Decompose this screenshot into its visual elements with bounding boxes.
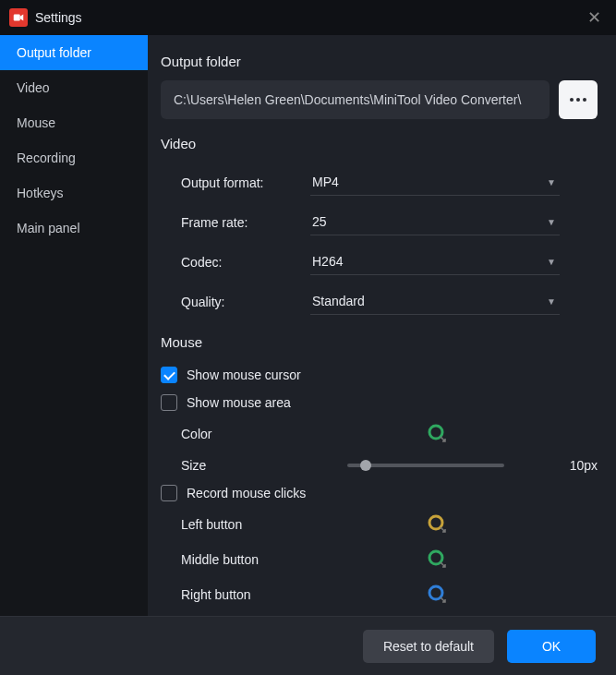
app-icon [9, 8, 28, 27]
select-quality[interactable]: Standard ▼ [310, 288, 560, 315]
settings-window: Settings ✕ Output folder Video Mouse Rec… [0, 0, 616, 675]
sidebar-item-main-panel[interactable]: Main panel [0, 211, 148, 246]
label-record-clicks: Record mouse clicks [187, 486, 306, 500]
select-quality-value: Standard [312, 294, 365, 308]
chevron-down-icon: ▼ [547, 217, 556, 227]
left-button-color-swatch[interactable] [427, 513, 449, 536]
row-frame-rate: Frame rate: 25 ▼ [161, 202, 598, 242]
sidebar: Output folder Video Mouse Recording Hotk… [0, 35, 148, 616]
select-output-format[interactable]: MP4 ▼ [310, 169, 560, 196]
label-area-size: Size [181, 458, 310, 473]
row-area-size: Size 10px [161, 452, 598, 479]
middle-button-color-swatch[interactable] [427, 548, 449, 571]
row-area-color: Color [161, 416, 598, 452]
row-output-format: Output format: MP4 ▼ [161, 163, 598, 202]
area-color-swatch[interactable] [427, 423, 449, 445]
footer: Reset to default OK [0, 616, 616, 675]
row-middle-button: Middle button [161, 542, 598, 577]
label-output-format: Output format: [181, 175, 310, 190]
label-show-cursor: Show mouse cursor [187, 368, 301, 382]
label-area-color: Color [181, 427, 310, 441]
chevron-down-icon: ▼ [547, 296, 556, 307]
label-show-area: Show mouse area [187, 395, 291, 410]
label-frame-rate: Frame rate: [181, 215, 310, 230]
sidebar-item-recording[interactable]: Recording [0, 140, 148, 175]
svg-point-1 [429, 426, 442, 439]
row-show-cursor: Show mouse cursor [161, 361, 598, 389]
size-slider-wrap: 10px [310, 458, 598, 473]
svg-point-2 [429, 516, 442, 529]
label-right-button: Right button [181, 587, 310, 602]
label-codec: Codec: [181, 255, 310, 270]
select-frame-rate[interactable]: 25 ▼ [310, 209, 560, 235]
row-record-clicks: Record mouse clicks [161, 479, 598, 507]
sidebar-item-output-folder[interactable]: Output folder [0, 35, 148, 70]
select-frame-rate-value: 25 [312, 214, 327, 229]
reset-button[interactable]: Reset to default [363, 630, 494, 663]
checkbox-record-clicks[interactable] [161, 485, 177, 501]
label-left-button: Left button [181, 517, 310, 532]
chevron-down-icon: ▼ [547, 257, 556, 267]
section-title-output-folder: Output folder [161, 54, 598, 69]
sidebar-item-mouse[interactable]: Mouse [0, 105, 148, 140]
checkbox-show-area[interactable] [161, 394, 177, 411]
size-slider-thumb[interactable] [360, 460, 371, 471]
ok-button[interactable]: OK [507, 630, 596, 663]
select-output-format-value: MP4 [312, 175, 339, 189]
size-value: 10px [570, 458, 598, 473]
checkbox-show-cursor[interactable] [161, 367, 177, 383]
label-middle-button: Middle button [181, 552, 310, 567]
close-icon[interactable]: ✕ [582, 7, 607, 28]
svg-point-4 [429, 586, 442, 599]
row-right-button: Right button [161, 577, 598, 612]
size-slider[interactable] [347, 464, 504, 467]
section-title-video: Video [161, 136, 598, 151]
titlebar: Settings ✕ [0, 0, 616, 35]
main-panel: Output folder Video Output format: MP4 ▼… [148, 35, 616, 616]
section-title-mouse: Mouse [161, 334, 598, 350]
output-folder-row [161, 80, 598, 119]
label-quality: Quality: [181, 295, 310, 309]
row-quality: Quality: Standard ▼ [161, 282, 598, 321]
output-folder-input[interactable] [161, 80, 550, 119]
select-codec[interactable]: H264 ▼ [310, 248, 560, 275]
row-show-area: Show mouse area [161, 389, 598, 416]
right-button-color-swatch[interactable] [427, 584, 449, 606]
window-title: Settings [35, 10, 582, 25]
ellipsis-icon [570, 98, 586, 102]
sidebar-item-video[interactable]: Video [0, 70, 148, 105]
row-left-button: Left button [161, 507, 598, 542]
svg-rect-0 [14, 15, 20, 21]
select-codec-value: H264 [312, 254, 343, 269]
svg-point-3 [429, 551, 442, 564]
browse-button[interactable] [559, 80, 598, 119]
body: Output folder Video Mouse Recording Hotk… [0, 35, 616, 616]
sidebar-item-hotkeys[interactable]: Hotkeys [0, 175, 148, 211]
chevron-down-icon: ▼ [547, 177, 556, 187]
row-codec: Codec: H264 ▼ [161, 242, 598, 282]
